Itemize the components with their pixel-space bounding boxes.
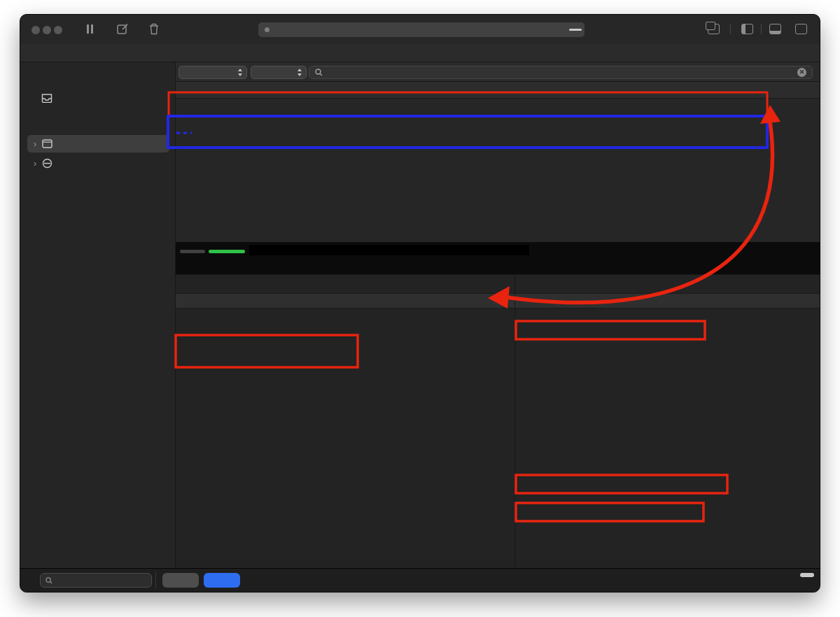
compose-icon[interactable] [117,23,129,38]
toggle-right-panel-icon[interactable] [795,24,807,34]
apps-box-icon [40,139,54,148]
select-stepper-icon [237,69,244,76]
clear-search-icon[interactable]: ✕ [797,68,806,77]
trash-icon[interactable] [149,23,159,38]
footer-filter-input[interactable] [40,573,152,588]
table-header [176,82,820,99]
toolbar-divider [761,24,762,34]
free-version-badge [569,29,582,31]
disclosure-chevron-icon[interactable]: › [30,159,40,169]
proxy-overriden-badge[interactable] [800,573,814,577]
select-stepper-icon [297,69,303,76]
request-summary-strip [176,242,820,275]
filter-operator-select[interactable] [251,66,307,79]
filter-button[interactable] [204,573,240,588]
screenshot-stage: › › [0,0,840,617]
sidebar-item-domains[interactable]: › [27,155,169,172]
footer-divider [155,572,156,589]
status-code-badge [209,250,245,253]
titlebar [20,15,820,44]
close-window-button[interactable] [31,26,40,34]
redacted-url-segment [249,245,529,255]
toggle-bottom-panel-icon[interactable] [769,24,781,34]
toggle-sidebar-icon[interactable] [741,24,753,34]
search-icon [315,69,323,76]
content-filter-tabbar [20,44,820,62]
sidebar-item-apps[interactable]: › [27,135,169,153]
window-title-field [258,22,584,37]
request-kv-header [176,293,514,308]
recording-dot-icon [265,27,270,32]
sidebar: › › [20,62,176,568]
request-url-line1 [249,245,529,255]
minimize-window-button[interactable] [43,26,51,34]
filter-field-select[interactable] [178,66,247,79]
detail-panels [176,275,820,568]
disclosure-chevron-icon[interactable]: › [30,139,40,149]
domains-globe-icon [40,158,54,169]
pin-tray-icon [40,93,54,103]
duplicate-window-icon[interactable] [708,24,720,34]
clear-button[interactable] [162,573,199,588]
search-input[interactable]: ✕ [309,66,813,79]
footer-bar [20,568,820,592]
method-badge [180,250,205,253]
toolbar-divider [730,24,731,34]
proxyman-window: › › [20,14,820,593]
search-icon [46,577,52,584]
window-title [274,26,276,34]
search-filter-row: ✕ [176,62,820,82]
request-panel [176,275,515,568]
table-body [176,99,820,242]
zoom-window-button[interactable] [54,26,62,34]
pause-capture-icon[interactable] [85,24,94,36]
response-panel [515,275,820,568]
response-kv-header [515,293,820,308]
main-area: ✕ [176,62,820,568]
sidebar-item-pin[interactable] [27,89,169,106]
